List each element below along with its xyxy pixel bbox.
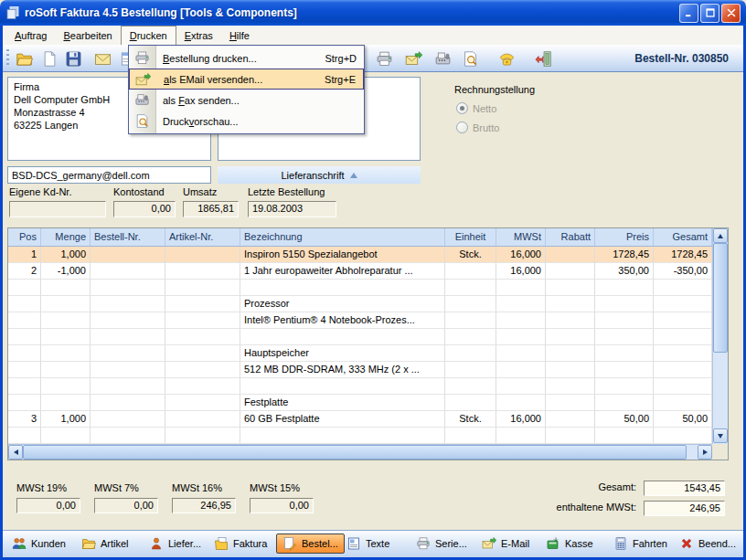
horizontal-scrollbar[interactable] [8,444,712,460]
menu-auftrag[interactable]: Auftrag [6,26,55,45]
table-row[interactable] [8,378,712,395]
toolbar-exit-icon[interactable] [533,48,553,69]
table-cell [91,247,165,263]
column-header-artikel-nr[interactable]: Artikel-Nr. [165,228,240,246]
table-row[interactable]: 11,000Inspiron 5150 SpezialangebotStck.1… [8,247,712,263]
tab-kasse[interactable]: Kasse [542,534,597,554]
menu-item-als-email-versenden[interactable]: als EMail versenden...Strg+E [129,69,364,90]
customer-email-field[interactable] [7,166,211,184]
menu-drucken[interactable]: Drucken [121,26,176,45]
vat-field-mwst-15: 0,00 [250,498,314,513]
toolbar-send-email-icon[interactable] [403,48,423,69]
maximize-button[interactable] [700,4,719,23]
tab-e-mail[interactable]: E-Mail [478,534,533,554]
scroll-up-button[interactable] [713,228,728,243]
menu-item-als-fax-senden[interactable]: als Fax senden... [129,90,364,111]
tab-texte[interactable]: Texte [343,534,393,554]
tab-faktura[interactable]: Faktura [210,534,271,554]
column-header-mwst[interactable]: MWSt [496,228,546,246]
column-header-gesamt[interactable]: Gesamt [654,228,712,246]
toolbar-mail-icon[interactable] [92,48,112,69]
column-header-bestell-nr[interactable]: Bestell-Nr. [91,228,165,246]
collapse-arrow-icon [350,173,357,178]
table-cell: Festplatte [240,395,445,411]
tab-liefer[interactable]: Liefer... [145,534,205,554]
field-label-eigene-kd-nr: Eigene Kd-Nr. [9,186,71,197]
table-cell: Hauptspeicher [240,345,445,362]
toolbar-print-preview-icon[interactable] [460,48,480,69]
table-cell: 512 MB DDR-SDRAM, 333 MHz (2 x ... [240,362,445,378]
field-eigene-kd-nr[interactable] [9,201,106,217]
table-cell [165,395,240,411]
radio-brutto[interactable]: Brutto [456,122,499,133]
printer-icon [134,50,150,66]
toolbar-new-document-icon[interactable] [39,48,59,69]
toolbar-printer-icon[interactable] [374,48,394,69]
table-row[interactable] [8,280,712,296]
table-row[interactable]: 2-1,0001 Jahr europaweiter Abholreparatu… [8,263,712,280]
scroll-left-button[interactable] [8,445,23,460]
column-header-bezeichnung[interactable]: Bezeichnung [240,228,445,246]
tab-kunden[interactable]: Kunden [8,534,69,554]
table-cell [595,428,654,444]
toolbar-phone-icon[interactable] [496,48,517,69]
column-header-menge[interactable]: Menge [41,228,91,246]
menu-item-bestellung-drucken[interactable]: Bestellung drucken...Strg+D [129,48,364,69]
delivery-address-toggle[interactable]: Lieferanschrift [218,166,421,184]
horizontal-scroll-thumb[interactable] [23,445,687,460]
table-cell [496,362,546,378]
folder-icon [81,536,96,551]
table-row[interactable]: Hauptspeicher [8,345,712,362]
table-cell [546,247,595,263]
table-row[interactable] [8,329,712,345]
table-row[interactable]: 31,00060 GB FestplatteStck.16,00050,0050… [8,411,712,428]
table-cell [595,345,654,362]
menu-extras[interactable]: Extras [176,26,221,45]
total-label-enthaltene-mwst: enthaltene MWSt: [490,502,636,512]
minimize-button[interactable] [679,4,698,23]
table-cell [91,345,165,362]
tab-bestel[interactable]: Bestel... [276,534,345,554]
column-header-preis[interactable]: Preis [595,228,654,246]
menu-item-druckvorschau[interactable]: Druckvorschau... [129,111,364,132]
table-row[interactable]: Intel® Pentium® 4 Notebook-Prozes... [8,312,712,329]
menu-item-label: als Fax senden... [163,95,240,106]
tab-label: Kunden [31,538,66,549]
field-kontostand: 0,00 [113,201,176,217]
menu-bearbeiten[interactable]: Bearbeiten [55,26,120,45]
toolbar-open-folder-icon[interactable] [14,48,34,69]
tab-fahrten[interactable]: Fahrten [610,534,671,554]
table-row[interactable]: Prozessor [8,296,712,312]
table-row[interactable]: 512 MB DDR-SDRAM, 333 MHz (2 x ... [8,362,712,378]
toolbar-fax-icon[interactable] [432,48,453,69]
vertical-scrollbar[interactable] [712,228,728,444]
table-cell [445,378,496,395]
column-header-pos[interactable]: Pos [8,228,41,246]
table-row[interactable]: Festplatte [8,395,712,411]
column-header-einheit[interactable]: Einheit [445,228,496,246]
tab-label: Fahrten [633,538,667,549]
tab-serie[interactable]: Serie... [412,534,471,554]
table-row[interactable] [8,428,712,444]
tab-beend[interactable]: Beend... [676,534,740,554]
close-button[interactable] [721,4,741,23]
column-header-rabatt[interactable]: Rabatt [546,228,595,246]
table-cell [41,345,91,362]
toolbar-save-icon[interactable] [63,48,83,69]
vertical-scroll-thumb[interactable] [713,243,728,353]
fax-icon [134,92,150,108]
radio-label: Netto [473,103,496,114]
bottom-tab-bar: KundenArtikelLiefer...FakturaBestel...Te… [3,530,743,557]
table-cell [8,395,41,411]
table-cell [41,280,91,296]
toolbar-grip[interactable] [6,49,9,68]
tab-label: Beend... [698,538,736,549]
scroll-right-button[interactable] [698,445,712,460]
radio-netto[interactable]: Netto [456,102,496,114]
table-cell: -1,000 [41,263,91,280]
menu-hilfe[interactable]: Hilfe [221,26,258,45]
scroll-down-button[interactable] [713,428,728,443]
tab-artikel[interactable]: Artikel [78,534,133,554]
send-email-icon [135,72,151,88]
table-cell [91,263,165,280]
